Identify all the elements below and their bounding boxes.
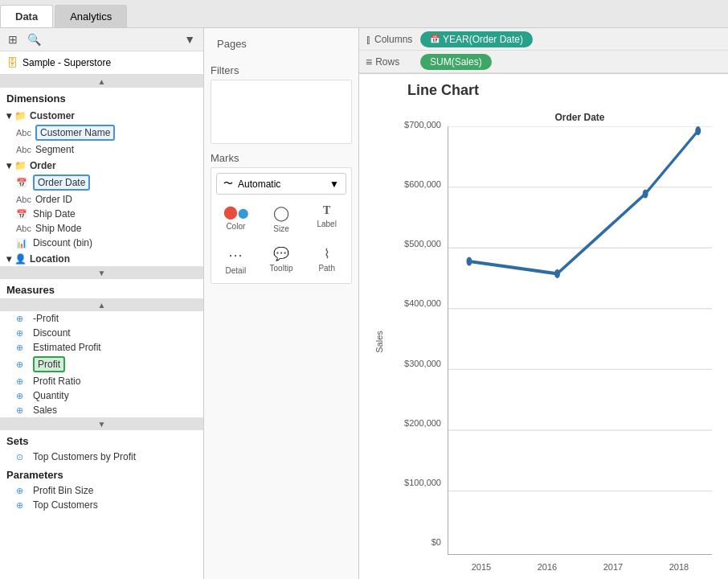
field-quantity[interactable]: ⊕ Quantity: [0, 388, 203, 403]
grid-view-icon[interactable]: ⊞: [5, 31, 21, 47]
dimensions-scroll-area: ▲ Dimensions ▾ 📁 Customer Abc Customer N…: [0, 75, 203, 579]
sets-title: Sets: [0, 430, 203, 450]
marks-size-btn[interactable]: ◯ Size: [262, 201, 301, 236]
caret-location: ▾: [6, 253, 11, 265]
field-order-date[interactable]: 📅 Order Date: [0, 173, 203, 192]
header-icon-group: ⊞ 🔍: [5, 31, 44, 47]
group-location[interactable]: ▾ 👤 Location: [0, 250, 203, 266]
detail-label: Detail: [226, 266, 247, 275]
datasource-row[interactable]: 🗄 Sample - Superstore: [0, 51, 203, 75]
label-label: Label: [317, 220, 336, 228]
rows-pill-text: SUM(Sales): [430, 56, 482, 68]
chart-svg: [448, 126, 712, 554]
path-label: Path: [318, 264, 335, 273]
rows-label: ≡ Rows: [366, 55, 414, 68]
group-order[interactable]: ▾ 📁 Order: [0, 157, 203, 173]
calendar-icon-order-date: 📅: [16, 178, 29, 188]
field-segment[interactable]: Abc Segment: [0, 142, 203, 157]
field-top-customers[interactable]: ⊕ Top Customers: [0, 498, 203, 512]
data-point-2016[interactable]: [554, 269, 560, 278]
marks-dropdown-label: 〜 Automatic: [223, 177, 280, 191]
field-label-order-date: Order Date: [33, 175, 90, 191]
x-axis-title: Order Date: [448, 112, 712, 123]
marks-section: Marks 〜 Automatic ▼ ⬤⬤ Color ◯: [211, 152, 352, 284]
field-discount[interactable]: ⊕ Discount: [0, 326, 203, 340]
dimensions-scroll-down[interactable]: ▼: [0, 266, 203, 279]
chart-content: Line Chart Sales $700,000 $600,000 $500,…: [359, 74, 728, 579]
hash-icon-profit: ⊕: [16, 359, 29, 370]
detail-icon: ⋯: [228, 246, 243, 264]
marks-detail-btn[interactable]: ⋯ Detail: [216, 243, 256, 278]
group-customer[interactable]: ▾ 📁 Customer: [0, 107, 203, 123]
field-label-segment: Segment: [35, 144, 74, 155]
search-icon[interactable]: 🔍: [24, 31, 44, 47]
hash-icon-quantity: ⊕: [16, 391, 29, 401]
label-icon: T: [323, 204, 330, 217]
marks-path-btn[interactable]: ⌇ Path: [307, 243, 346, 278]
field-estimated-profit[interactable]: ⊕ Estimated Profit: [0, 340, 203, 355]
field-profit-bin-size[interactable]: ⊕ Profit Bin Size: [0, 483, 203, 498]
data-point-2017[interactable]: [643, 189, 648, 198]
scroll-up-arrow[interactable]: ▲: [0, 75, 203, 88]
datasource-name: Sample - Superstore: [22, 57, 111, 68]
top-tabs-bar: Data Analytics: [0, 0, 728, 28]
field-top-customers-profit[interactable]: ⊙ Top Customers by Profit: [0, 450, 203, 464]
marks-label-btn[interactable]: T Label: [307, 201, 346, 236]
chart-plot: 2015 2016 2017 2018: [448, 126, 712, 555]
tab-analytics[interactable]: Analytics: [55, 5, 127, 27]
sort-icon[interactable]: ▼: [181, 31, 198, 47]
field-profit[interactable]: ⊕ Profit: [0, 355, 203, 374]
chart-body: Sales $700,000 $600,000 $500,000 $400,00…: [367, 112, 712, 571]
field-discount-bin[interactable]: 📊 Discount (bin): [0, 236, 203, 250]
color-dots-icon: ⬤⬤: [223, 204, 248, 220]
folder-customer-icon: 📁: [14, 110, 27, 121]
filters-box[interactable]: [211, 80, 352, 144]
group-location-label: Location: [30, 253, 70, 265]
field-ship-mode[interactable]: Abc Ship Mode: [0, 221, 203, 236]
bar-icon-discount-bin: 📊: [16, 238, 29, 248]
hash-icon-discount: ⊕: [16, 328, 29, 339]
pages-title: Pages: [217, 38, 346, 50]
field-customer-name[interactable]: Abc Customer Name: [0, 123, 203, 142]
group-order-label: Order: [30, 160, 56, 171]
measures-scroll-up[interactable]: ▲: [0, 298, 203, 311]
field-sales[interactable]: ⊕ Sales: [0, 403, 203, 417]
field-neg-profit[interactable]: ⊕ -Profit: [0, 311, 203, 326]
y-label-700k: $700,000: [404, 120, 441, 129]
y-label-100k: $100,000: [404, 478, 441, 487]
tab-data[interactable]: Data: [0, 5, 53, 27]
hash-icon-est-profit: ⊕: [16, 343, 29, 353]
hash-icon-profit-ratio: ⊕: [16, 376, 29, 387]
field-order-id[interactable]: Abc Order ID: [0, 192, 203, 207]
rows-shelf: ≡ Rows SUM(Sales): [359, 51, 728, 73]
marks-dropdown[interactable]: 〜 Automatic ▼: [216, 173, 346, 195]
marks-tooltip-btn[interactable]: 💬 Tooltip: [262, 243, 301, 278]
group-customer-label: Customer: [30, 110, 75, 121]
x-label-2017: 2017: [603, 562, 623, 572]
columns-pill[interactable]: 📅 YEAR(Order Date): [420, 31, 533, 47]
columns-shelf: ⫿ Columns 📅 YEAR(Order Date): [359, 28, 728, 51]
abc-icon-segment: Abc: [16, 145, 31, 154]
field-label-ship-mode: Ship Mode: [35, 223, 81, 234]
marks-color-btn[interactable]: ⬤⬤ Color: [216, 201, 256, 236]
x-label-2018: 2018: [669, 562, 689, 572]
data-point-2015[interactable]: [466, 257, 472, 265]
data-point-2018[interactable]: [695, 126, 701, 135]
abc-icon-order-id: Abc: [16, 195, 31, 204]
size-label: Size: [273, 224, 288, 233]
field-label-profit: Profit: [33, 356, 65, 372]
marks-wave-icon: 〜: [223, 177, 233, 191]
rows-text: Rows: [375, 56, 399, 68]
rows-pill[interactable]: SUM(Sales): [420, 54, 492, 70]
field-profit-ratio[interactable]: ⊕ Profit Ratio: [0, 374, 203, 388]
set-icon: ⊙: [16, 452, 29, 462]
field-label-discount-bin: Discount (bin): [33, 237, 92, 248]
caret-order: ▾: [6, 160, 11, 171]
measures-scroll-down[interactable]: ▼: [0, 417, 203, 430]
field-ship-date[interactable]: 📅 Ship Date: [0, 207, 203, 221]
field-label-sales: Sales: [33, 404, 57, 416]
columns-icon: ⫿: [366, 33, 371, 46]
parameters-title: Parameters: [0, 464, 203, 483]
measures-title: Measures: [0, 279, 203, 298]
x-label-2016: 2016: [538, 562, 557, 572]
